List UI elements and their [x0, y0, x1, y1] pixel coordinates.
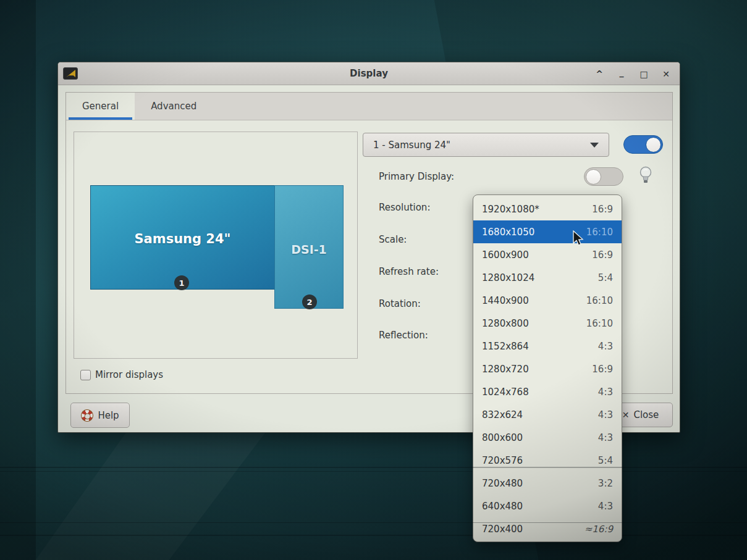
resolution-option-ratio: 4:3 [598, 432, 613, 443]
lightbulb-icon [638, 165, 653, 188]
monitor-preview-dsi1[interactable]: DSI-1 2 [274, 185, 344, 309]
shade-window-button[interactable]: ^ [594, 69, 604, 79]
resolution-option-ratio: 4:3 [598, 387, 613, 398]
resolution-option-ratio: 4:3 [598, 409, 613, 420]
resolution-option[interactable]: 800x600 4:3 [473, 426, 622, 449]
display-enabled-toggle[interactable] [623, 135, 663, 154]
toggle-knob [646, 137, 661, 153]
resolution-label: Resolution: [379, 202, 430, 213]
resolution-option[interactable]: 1680x1050 16:10 [473, 220, 622, 243]
resolution-option-ratio: 16:9 [592, 249, 613, 261]
tab-strip: General Advanced [66, 93, 672, 120]
display-selector-value: 1 - Samsung 24" [373, 140, 450, 151]
resolution-option-ratio: 16:10 [586, 227, 613, 238]
resolution-option-value: 1280x800 [482, 318, 529, 329]
resolution-option-ratio: 16:9 [592, 364, 613, 375]
resolution-option-value: 1920x1080* [482, 204, 539, 215]
minimize-button[interactable]: _ [617, 67, 627, 77]
resolution-option-value: 832x624 [482, 409, 523, 420]
resolution-option-value: 1440x900 [482, 295, 529, 306]
monitor-label: Samsung 24" [91, 232, 274, 246]
resolution-option-value: 1280x720 [482, 364, 529, 375]
resolution-option-ratio: 16:10 [586, 318, 613, 329]
resolution-option[interactable]: 832x624 4:3 [473, 403, 622, 426]
resolution-option-ratio: ≈16:9 [585, 524, 613, 535]
wallpaper-facet [0, 0, 36, 560]
reflection-label: Reflection: [379, 330, 428, 341]
screen-artifact-line [0, 471, 747, 472]
resolution-option[interactable]: 1920x1080* 16:9 [473, 198, 622, 220]
window-title: Display [58, 68, 680, 79]
primary-display-toggle[interactable] [584, 167, 623, 186]
lifebuoy-icon [79, 407, 95, 423]
resolution-option-ratio: 5:4 [598, 272, 613, 283]
desktop-background: { "window": { "title": "Display", "contr… [0, 0, 747, 560]
resolution-option[interactable]: 1280x720 16:9 [473, 357, 622, 380]
titlebar[interactable]: Display ^ _ □ ✕ [58, 62, 680, 85]
screen-artifact-line [0, 467, 747, 468]
resolution-option-ratio: 16:10 [586, 295, 613, 306]
resolution-option-value: 720x480 [482, 478, 523, 489]
tab-general[interactable]: General [66, 93, 135, 120]
resolution-option-value: 720x576 [482, 455, 523, 466]
toggle-knob [586, 169, 601, 185]
resolution-option-value: 640x480 [482, 501, 523, 512]
resolution-option[interactable]: 1024x768 4:3 [473, 380, 622, 403]
resolution-option-value: 1680x1050 [482, 227, 534, 238]
resolution-option[interactable]: 1152x864 4:3 [473, 335, 622, 357]
help-button-label: Help [98, 410, 119, 421]
close-window-button[interactable]: ✕ [661, 69, 671, 79]
resolution-option-ratio: 5:4 [598, 455, 613, 466]
resolution-option-ratio: 16:9 [592, 204, 613, 215]
refresh-rate-label: Refresh rate: [379, 266, 439, 277]
help-button[interactable]: Help [70, 403, 130, 428]
chevron-down-icon [590, 143, 599, 148]
resolution-option[interactable]: 720x576 5:4 [473, 449, 622, 472]
scale-label: Scale: [379, 234, 407, 245]
display-settings-icon [63, 67, 78, 80]
mirror-displays-label: Mirror displays [95, 369, 163, 380]
monitor-number-badge: 2 [302, 295, 317, 309]
resolution-option-value: 800x600 [482, 432, 523, 443]
resolution-option-ratio: 4:3 [598, 341, 613, 352]
display-selector-dropdown[interactable]: 1 - Samsung 24" [363, 133, 609, 157]
screen-artifact-line [0, 535, 747, 536]
resolution-option-value: 1600x900 [482, 249, 529, 261]
resolution-option-value: 1152x864 [482, 341, 529, 352]
close-x-icon: ✕ [622, 410, 630, 420]
resolution-option-ratio: 4:3 [598, 501, 613, 512]
rotation-label: Rotation: [379, 298, 421, 309]
resolution-option[interactable]: 1440x900 16:10 [473, 289, 622, 312]
primary-display-label: Primary Display: [379, 171, 454, 182]
resolution-option-value: 1024x768 [482, 387, 529, 398]
mirror-displays-checkbox[interactable] [80, 370, 91, 380]
resolution-option[interactable]: 1280x1024 5:4 [473, 266, 622, 289]
monitor-number-badge: 1 [174, 275, 189, 290]
maximize-button[interactable]: □ [639, 69, 649, 79]
close-button-label: Close [633, 409, 659, 420]
resolution-option-value: 1280x1024 [482, 272, 534, 283]
resolution-option[interactable]: 1600x900 16:9 [473, 243, 622, 266]
screen-artifact-line [0, 522, 747, 523]
resolution-option[interactable]: 1280x800 16:10 [473, 312, 622, 335]
display-layout-preview: Samsung 24" 1 DSI-1 2 [74, 132, 358, 359]
monitor-preview-samsung[interactable]: Samsung 24" 1 [90, 185, 275, 290]
resolution-dropdown-list: 1920x1080* 16:9 1680x1050 16:10 1600x900… [473, 194, 622, 542]
resolution-option-ratio: 3:2 [598, 478, 613, 489]
resolution-option[interactable]: 720x480 3:2 [473, 472, 622, 495]
monitor-label: DSI-1 [275, 243, 343, 256]
resolution-option[interactable]: 640x480 4:3 [473, 495, 622, 517]
resolution-option[interactable]: 720x400 ≈16:9 [473, 517, 622, 540]
resolution-option-value: 720x400 [482, 524, 523, 535]
tab-advanced[interactable]: Advanced [135, 93, 213, 120]
